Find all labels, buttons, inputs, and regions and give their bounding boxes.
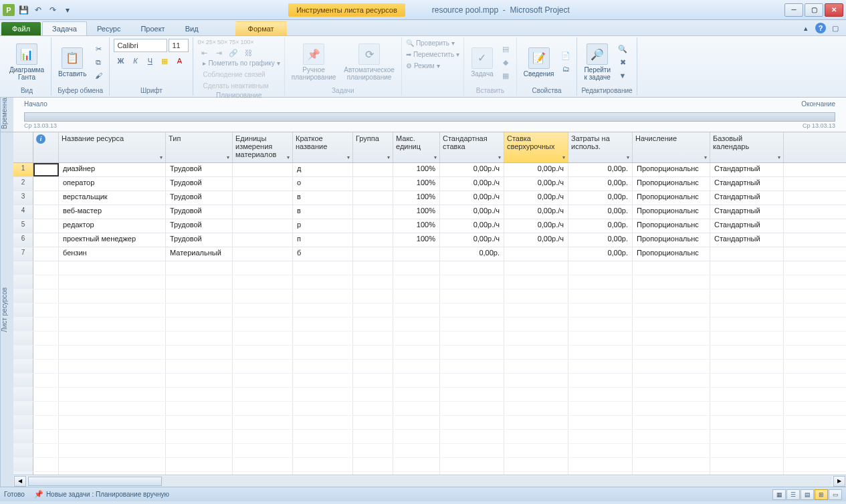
cell-cost[interactable]: 0,00р. [568, 191, 633, 205]
cell-max[interactable]: 100% [393, 219, 440, 233]
tab-project[interactable]: Проект [130, 21, 175, 35]
empty-cell[interactable] [59, 430, 166, 443]
empty-cell[interactable] [166, 360, 233, 373]
empty-cell[interactable] [293, 416, 353, 429]
scroll-track[interactable] [28, 477, 831, 486]
empty-cell[interactable] [633, 360, 710, 373]
table-row[interactable] [13, 275, 846, 289]
empty-cell[interactable] [568, 374, 633, 387]
row-info-cell[interactable] [33, 346, 59, 359]
col-type[interactable]: Тип▾ [166, 132, 233, 162]
empty-cell[interactable] [633, 458, 710, 471]
empty-cell[interactable] [59, 360, 166, 373]
scroll-left-icon[interactable]: ◀ [14, 476, 26, 487]
empty-cell[interactable] [568, 388, 633, 401]
empty-cell[interactable] [293, 303, 353, 317]
empty-cell[interactable] [440, 374, 504, 387]
table-row[interactable] [13, 430, 846, 444]
empty-cell[interactable] [353, 275, 393, 289]
empty-cell[interactable] [710, 318, 784, 331]
cell-material[interactable] [233, 219, 293, 233]
cell-group[interactable] [353, 205, 393, 219]
timeline-side-label[interactable]: Временна [0, 98, 13, 132]
find-icon[interactable]: 🔍 [616, 43, 629, 55]
empty-cell[interactable] [710, 458, 784, 471]
details-icon[interactable]: 🗂 [559, 63, 572, 75]
empty-cell[interactable] [59, 303, 166, 317]
empty-cell[interactable] [166, 275, 233, 289]
cell-cost[interactable]: 0,00р. [568, 177, 633, 191]
empty-cell[interactable] [393, 388, 440, 401]
child-window-icon[interactable]: ▢ [830, 23, 841, 33]
empty-cell[interactable] [353, 346, 393, 359]
empty-cell[interactable] [59, 416, 166, 429]
empty-cell[interactable] [293, 402, 353, 415]
empty-cell[interactable] [166, 458, 233, 471]
row-number[interactable]: 6 [13, 233, 33, 247]
chevron-down-icon[interactable]: ▾ [287, 154, 290, 160]
empty-cell[interactable] [504, 261, 568, 275]
empty-cell[interactable] [393, 261, 440, 275]
empty-cell[interactable] [633, 402, 710, 415]
horizontal-scrollbar[interactable]: ◀ ▶ [13, 475, 846, 487]
empty-cell[interactable] [633, 275, 710, 289]
cell-std[interactable]: 0,00р./ч [440, 191, 504, 205]
cell-cost[interactable]: 0,00р. [568, 163, 633, 176]
mark-on-track[interactable]: ▸Пометить по графику ▾ [203, 59, 280, 68]
table-row[interactable] [13, 388, 846, 402]
cell-calendar[interactable]: Стандартный [710, 233, 784, 247]
cell-std[interactable]: 0,00р./ч [440, 205, 504, 219]
empty-cell[interactable] [393, 332, 440, 345]
table-row[interactable]: 4веб-мастерТрудовойв100%0,00р./ч0,00р./ч… [13, 205, 846, 219]
empty-cell[interactable] [504, 444, 568, 457]
empty-cell[interactable] [440, 318, 504, 331]
qat-dropdown-icon[interactable]: ▾ [62, 4, 74, 16]
cell-std[interactable]: 0,00р./ч [440, 163, 504, 176]
cell-type[interactable]: Трудовой [166, 219, 233, 233]
empty-cell[interactable] [59, 275, 166, 289]
cell-name[interactable]: оператор [59, 177, 166, 191]
empty-cell[interactable] [393, 444, 440, 457]
info-button[interactable]: 📝 Сведения [521, 46, 557, 79]
row-info-cell[interactable] [33, 289, 59, 303]
empty-cell[interactable] [440, 332, 504, 345]
empty-cell[interactable] [504, 430, 568, 443]
cell-max[interactable] [393, 247, 440, 261]
cell-group[interactable] [353, 177, 393, 191]
empty-cell[interactable] [440, 346, 504, 359]
cell-short[interactable]: в [293, 205, 353, 219]
row-number[interactable]: 3 [13, 191, 33, 205]
empty-cell[interactable] [710, 346, 784, 359]
empty-cell[interactable] [233, 388, 293, 401]
empty-cell[interactable] [233, 430, 293, 443]
cell-group[interactable] [353, 233, 393, 247]
table-row[interactable] [13, 318, 846, 332]
cell-name[interactable]: редактор [59, 219, 166, 233]
empty-cell[interactable] [440, 444, 504, 457]
empty-cell[interactable] [293, 275, 353, 289]
empty-cell[interactable] [233, 416, 293, 429]
cell-ovt[interactable]: 0,00р./ч [504, 233, 568, 247]
file-tab[interactable]: Файл [1, 22, 41, 35]
cell-accrue[interactable]: Пропорциональнс [633, 191, 710, 205]
empty-cell[interactable] [293, 444, 353, 457]
col-max[interactable]: Макс. единиц▾ [393, 132, 440, 162]
row-info-cell[interactable] [33, 275, 59, 289]
row-info-cell[interactable] [33, 177, 59, 191]
empty-cell[interactable] [504, 416, 568, 429]
cell-material[interactable] [233, 247, 293, 261]
auto-schedule-button[interactable]: ⟳ Автоматическое планирование [341, 42, 397, 82]
table-row[interactable] [13, 332, 846, 346]
empty-cell[interactable] [568, 416, 633, 429]
empty-cell[interactable] [166, 332, 233, 345]
empty-cell[interactable] [393, 303, 440, 317]
cell-name[interactable]: проектный менеджер [59, 233, 166, 247]
empty-cell[interactable] [504, 374, 568, 387]
empty-cell[interactable] [393, 289, 440, 303]
cell-type[interactable]: Трудовой [166, 163, 233, 176]
format-painter-icon[interactable]: 🖌 [92, 70, 105, 82]
row-info-cell[interactable] [33, 430, 59, 443]
empty-cell[interactable] [353, 261, 393, 275]
chevron-down-icon[interactable]: ▾ [778, 154, 780, 160]
view-gantt-icon[interactable]: ▦ [772, 489, 786, 500]
